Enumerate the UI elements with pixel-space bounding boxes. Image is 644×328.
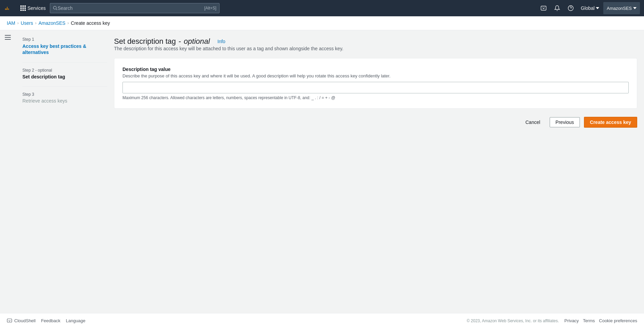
create-access-key-button[interactable]: Create access key: [584, 117, 637, 128]
step-divider-2: [22, 86, 107, 87]
aws-logo[interactable]: aws: [4, 4, 16, 12]
breadcrumb-sep-3: ›: [68, 21, 69, 25]
breadcrumb-current: Create access key: [71, 20, 110, 26]
help-icon-btn[interactable]: [565, 2, 577, 14]
cancel-button[interactable]: Cancel: [520, 117, 546, 127]
svg-rect-9: [7, 319, 12, 322]
info-link[interactable]: Info: [217, 39, 225, 44]
breadcrumb-users[interactable]: Users: [21, 20, 33, 26]
cloudshell-label: CloudShell: [14, 318, 36, 323]
breadcrumb-amazonses[interactable]: AmazonSES: [38, 20, 65, 26]
page-title-italic: optional: [184, 37, 210, 46]
content-area: Set description tag - optional Info The …: [114, 37, 637, 128]
global-region-button[interactable]: Global: [578, 2, 602, 14]
svg-rect-3: [541, 6, 546, 10]
search-input[interactable]: [58, 5, 202, 11]
page-title-text: Set description tag: [114, 37, 176, 46]
svg-rect-6: [5, 35, 11, 36]
form-panel: Description tag value Describe the purpo…: [114, 58, 637, 109]
hamburger-icon: [5, 35, 11, 40]
action-buttons: Cancel Previous Create access key: [114, 117, 637, 128]
footer-right: © 2023, Amazon Web Services, Inc. or its…: [467, 318, 637, 323]
page-description: The description for this access key will…: [114, 46, 637, 51]
services-menu[interactable]: Services: [20, 5, 46, 11]
step-divider-1: [22, 62, 107, 62]
account-button[interactable]: AmazonSES: [603, 2, 640, 14]
breadcrumb: IAM › Users › AmazonSES › Create access …: [0, 16, 644, 30]
step-1-title[interactable]: Access key best practices & alternatives: [22, 43, 107, 55]
feedback-link[interactable]: Feedback: [41, 318, 60, 323]
breadcrumb-sep-2: ›: [35, 21, 36, 25]
sidebar-toggle-button[interactable]: [0, 30, 16, 45]
page-header: Set description tag - optional Info The …: [114, 37, 637, 51]
step-2-item: Step 2 - optional Set description tag: [22, 68, 107, 79]
language-link[interactable]: Language: [66, 318, 86, 323]
breadcrumb-iam[interactable]: IAM: [7, 20, 15, 26]
step-3-item: Step 3 Retrieve access keys: [22, 92, 107, 104]
footer-cloudshell[interactable]: CloudShell: [7, 318, 36, 324]
privacy-link[interactable]: Privacy: [564, 318, 579, 323]
svg-text:aws: aws: [5, 8, 9, 10]
grid-icon: [20, 5, 26, 11]
top-nav-right: Global AmazonSES: [537, 2, 640, 14]
main-layout: Step 1 Access key best practices & alter…: [0, 30, 644, 313]
page-title: Set description tag - optional Info: [114, 37, 637, 46]
step-1-item: Step 1 Access key best practices & alter…: [22, 37, 107, 55]
svg-point-4: [568, 6, 573, 11]
step-3-label: Step 3: [22, 92, 107, 97]
step-2-label: Step 2 - optional: [22, 68, 107, 73]
footer-copyright: © 2023, Amazon Web Services, Inc. or its…: [467, 318, 559, 323]
search-icon: [53, 6, 58, 11]
cookie-preferences-link[interactable]: Cookie preferences: [599, 318, 637, 323]
footer-left: CloudShell Feedback Language: [7, 318, 86, 324]
search-bar[interactable]: [Alt+S]: [50, 3, 220, 13]
search-hint: [Alt+S]: [204, 6, 216, 11]
chevron-down-icon: [596, 7, 599, 9]
step-3-title: Retrieve access keys: [22, 98, 107, 104]
notifications-icon-btn[interactable]: [551, 2, 563, 14]
svg-rect-7: [5, 37, 11, 38]
page-title-dash: -: [178, 37, 181, 46]
svg-rect-8: [5, 39, 11, 40]
breadcrumb-sep-1: ›: [17, 21, 19, 25]
footer: CloudShell Feedback Language © 2023, Ama…: [0, 313, 644, 328]
terms-link[interactable]: Terms: [583, 318, 595, 323]
services-label: Services: [27, 5, 46, 11]
previous-button[interactable]: Previous: [550, 117, 580, 127]
field-constraint: Maximum 256 characters. Allowed characte…: [122, 95, 629, 100]
step-1-label: Step 1: [22, 37, 107, 42]
field-label: Description tag value: [122, 67, 629, 72]
top-navigation: aws Services [Alt+S] Global AmazonSES: [0, 0, 644, 16]
footer-legal: Privacy Terms Cookie preferences: [564, 318, 637, 323]
account-name: AmazonSES: [607, 6, 632, 11]
step-sidebar: Step 1 Access key best practices & alter…: [22, 37, 107, 128]
terminal-icon: [7, 318, 12, 324]
cloudshell-icon-btn[interactable]: [537, 2, 550, 14]
svg-point-1: [53, 6, 56, 9]
description-tag-input[interactable]: [122, 82, 629, 93]
svg-line-2: [56, 9, 57, 10]
account-chevron-icon: [633, 7, 637, 9]
step-2-title: Set description tag: [22, 74, 107, 79]
field-hint: Describe the purpose of this access key …: [122, 73, 629, 78]
global-label: Global: [581, 5, 594, 11]
main-content: Step 1 Access key best practices & alter…: [16, 30, 644, 313]
page-body: Step 1 Access key best practices & alter…: [16, 30, 644, 134]
